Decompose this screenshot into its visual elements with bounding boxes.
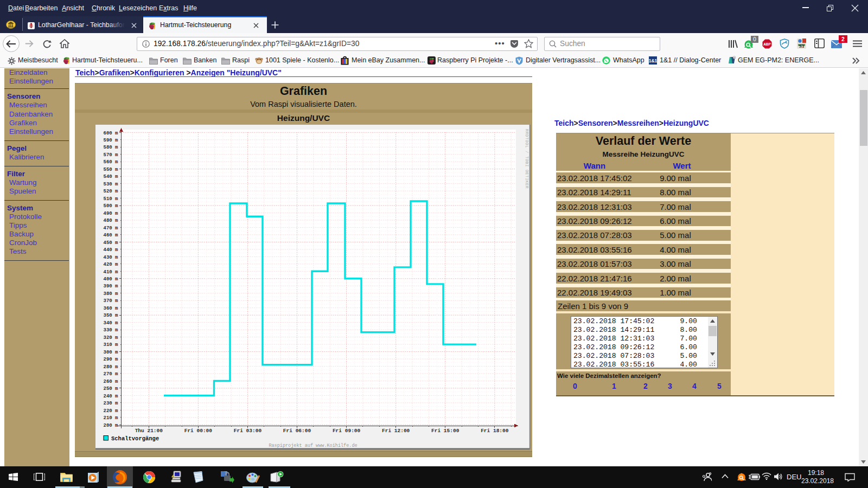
svg-text:210 m: 210 m — [103, 415, 118, 421]
svg-text:270 m: 270 m — [103, 371, 118, 377]
svg-text:Fri 12:00: Fri 12:00 — [382, 428, 410, 434]
svg-text:350 m: 350 m — [103, 313, 118, 318]
svg-text:550 m: 550 m — [103, 167, 118, 172]
svg-text:220 m: 220 m — [103, 408, 118, 414]
svg-text:390 m: 390 m — [103, 284, 118, 289]
svg-text:500 m: 500 m — [103, 203, 118, 209]
svg-text:S3: S3 — [799, 43, 805, 49]
svg-text:450 m: 450 m — [103, 240, 118, 246]
svg-text:430 m: 430 m — [103, 255, 118, 260]
svg-text:290 m: 290 m — [103, 357, 118, 362]
svg-text:480 m: 480 m — [103, 218, 118, 223]
svg-text:580 m: 580 m — [103, 145, 118, 150]
svg-text:600 m: 600 m — [103, 131, 118, 136]
svg-text:RRDTOOL / TOBI OETIKER: RRDTOOL / TOBI OETIKER — [525, 129, 529, 189]
svg-text:570 m: 570 m — [103, 152, 118, 158]
svg-text:360 m: 360 m — [103, 306, 118, 311]
svg-text:530 m: 530 m — [103, 182, 118, 187]
svg-text:250 m: 250 m — [103, 386, 118, 391]
svg-text:470 m: 470 m — [103, 226, 118, 231]
svg-text:440 m: 440 m — [103, 247, 118, 253]
svg-text:540 m: 540 m — [103, 174, 118, 179]
svg-text:340 m: 340 m — [103, 320, 118, 326]
svg-text:560 m: 560 m — [103, 159, 118, 165]
svg-text:Fri 06:00: Fri 06:00 — [283, 428, 311, 434]
svg-text:410 m: 410 m — [103, 269, 118, 275]
svg-text:460 m: 460 m — [103, 233, 118, 238]
svg-text:310 m: 310 m — [103, 342, 118, 348]
svg-text:510 m: 510 m — [103, 196, 118, 202]
svg-text:400 m: 400 m — [103, 277, 118, 282]
svg-text:240 m: 240 m — [103, 394, 118, 399]
svg-text:Fri 15:00: Fri 15:00 — [431, 428, 459, 434]
svg-text:Fri 03:00: Fri 03:00 — [234, 428, 262, 434]
svg-text:230 m: 230 m — [103, 401, 118, 406]
svg-text:Fri 18:00: Fri 18:00 — [481, 428, 509, 434]
svg-text:ABP: ABP — [763, 42, 771, 46]
svg-text:520 m: 520 m — [103, 189, 118, 194]
svg-text:370 m: 370 m — [103, 298, 118, 304]
svg-text:1&1: 1&1 — [649, 58, 657, 63]
svg-text:Fri 00:00: Fri 00:00 — [184, 428, 213, 434]
svg-text:Schaltvorgänge: Schaltvorgänge — [111, 435, 159, 442]
svg-text:Thu 21:00: Thu 21:00 — [135, 428, 163, 434]
svg-text:200 m: 200 m — [103, 423, 118, 428]
svg-text:330 m: 330 m — [103, 328, 118, 333]
svg-text:490 m: 490 m — [103, 211, 118, 216]
svg-text:260 m: 260 m — [103, 379, 118, 384]
svg-text:320 m: 320 m — [103, 335, 118, 341]
svg-text:280 m: 280 m — [103, 364, 118, 370]
svg-text:590 m: 590 m — [103, 138, 118, 143]
svg-text:300 m: 300 m — [103, 350, 118, 355]
svg-text:420 m: 420 m — [103, 262, 118, 267]
svg-text:380 m: 380 m — [103, 291, 118, 297]
svg-text:Fri 09:00: Fri 09:00 — [333, 428, 361, 434]
svg-text:Raspiprojekt auf www.Koihilfe.: Raspiprojekt auf www.Koihilfe.de — [269, 443, 357, 448]
